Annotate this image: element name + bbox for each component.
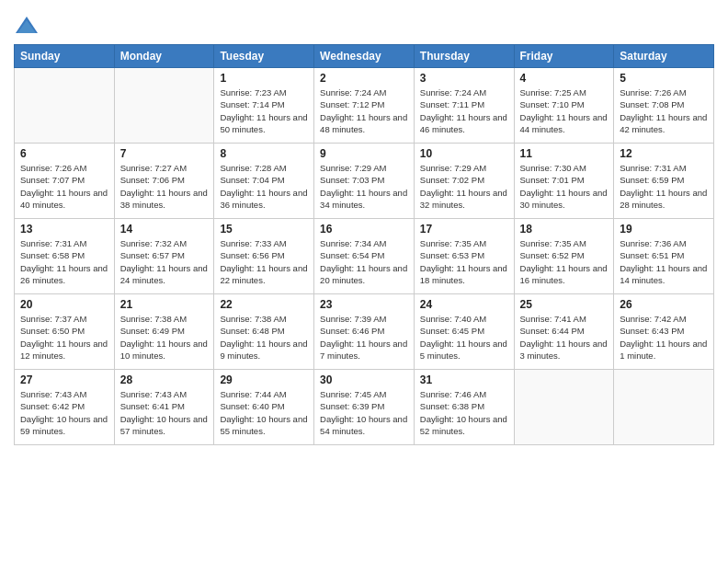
day-info: Sunrise: 7:26 AMSunset: 7:07 PMDaylight:…	[20, 162, 108, 211]
day-number: 9	[320, 147, 408, 160]
day-number: 14	[120, 223, 209, 236]
day-info: Sunrise: 7:24 AMSunset: 7:12 PMDaylight:…	[320, 86, 408, 135]
day-info: Sunrise: 7:25 AMSunset: 7:10 PMDaylight:…	[520, 86, 609, 135]
calendar-cell: 27Sunrise: 7:43 AMSunset: 6:42 PMDayligh…	[15, 370, 115, 445]
day-info: Sunrise: 7:39 AMSunset: 6:46 PMDaylight:…	[320, 313, 408, 362]
day-info: Sunrise: 7:31 AMSunset: 6:58 PMDaylight:…	[20, 237, 108, 286]
col-thursday: Thursday	[414, 45, 514, 68]
calendar-cell	[15, 68, 115, 144]
day-info: Sunrise: 7:45 AMSunset: 6:39 PMDaylight:…	[320, 388, 408, 437]
calendar-cell: 11Sunrise: 7:30 AMSunset: 7:01 PMDayligh…	[514, 144, 614, 219]
day-number: 21	[120, 298, 209, 311]
day-info: Sunrise: 7:37 AMSunset: 6:50 PMDaylight:…	[20, 313, 108, 362]
calendar-cell: 26Sunrise: 7:42 AMSunset: 6:43 PMDayligh…	[614, 294, 714, 370]
day-number: 28	[120, 373, 209, 386]
calendar-cell	[614, 370, 714, 445]
day-number: 22	[220, 298, 308, 311]
calendar-week-row: 1Sunrise: 7:23 AMSunset: 7:14 PMDaylight…	[15, 68, 714, 144]
day-info: Sunrise: 7:35 AMSunset: 6:52 PMDaylight:…	[520, 237, 609, 286]
day-info: Sunrise: 7:41 AMSunset: 6:44 PMDaylight:…	[520, 313, 609, 362]
day-number: 25	[520, 298, 609, 311]
calendar-body: 1Sunrise: 7:23 AMSunset: 7:14 PMDaylight…	[15, 68, 714, 445]
day-number: 17	[420, 223, 508, 236]
calendar-week-row: 20Sunrise: 7:37 AMSunset: 6:50 PMDayligh…	[15, 294, 714, 370]
day-number: 1	[220, 72, 308, 85]
day-number: 2	[320, 72, 408, 85]
day-number: 30	[320, 373, 408, 386]
day-number: 15	[220, 223, 308, 236]
calendar-cell: 15Sunrise: 7:33 AMSunset: 6:56 PMDayligh…	[214, 219, 314, 294]
day-number: 11	[520, 147, 609, 160]
calendar-table: Sunday Monday Tuesday Wednesday Thursday…	[14, 44, 714, 445]
header-row: Sunday Monday Tuesday Wednesday Thursday…	[15, 45, 714, 68]
page: Sunday Monday Tuesday Wednesday Thursday…	[0, 0, 728, 563]
calendar-cell: 6Sunrise: 7:26 AMSunset: 7:07 PMDaylight…	[15, 144, 115, 219]
calendar-week-row: 6Sunrise: 7:26 AMSunset: 7:07 PMDaylight…	[15, 144, 714, 219]
calendar-cell: 17Sunrise: 7:35 AMSunset: 6:53 PMDayligh…	[414, 219, 514, 294]
calendar-cell: 18Sunrise: 7:35 AMSunset: 6:52 PMDayligh…	[514, 219, 614, 294]
day-info: Sunrise: 7:44 AMSunset: 6:40 PMDaylight:…	[220, 388, 308, 437]
day-info: Sunrise: 7:46 AMSunset: 6:38 PMDaylight:…	[420, 388, 508, 437]
col-tuesday: Tuesday	[214, 45, 314, 68]
calendar-cell: 14Sunrise: 7:32 AMSunset: 6:57 PMDayligh…	[114, 219, 214, 294]
calendar-cell	[114, 68, 214, 144]
day-info: Sunrise: 7:26 AMSunset: 7:08 PMDaylight:…	[620, 86, 708, 135]
col-monday: Monday	[114, 45, 214, 68]
day-info: Sunrise: 7:33 AMSunset: 6:56 PMDaylight:…	[220, 237, 308, 286]
day-number: 19	[620, 223, 708, 236]
calendar-cell	[514, 370, 614, 445]
calendar-cell: 22Sunrise: 7:38 AMSunset: 6:48 PMDayligh…	[214, 294, 314, 370]
calendar-cell: 30Sunrise: 7:45 AMSunset: 6:39 PMDayligh…	[314, 370, 415, 445]
day-number: 31	[420, 373, 508, 386]
col-saturday: Saturday	[614, 45, 714, 68]
logo	[14, 13, 43, 39]
day-info: Sunrise: 7:38 AMSunset: 6:48 PMDaylight:…	[220, 313, 308, 362]
day-number: 5	[620, 72, 708, 85]
day-info: Sunrise: 7:43 AMSunset: 6:41 PMDaylight:…	[120, 388, 209, 437]
day-info: Sunrise: 7:36 AMSunset: 6:51 PMDaylight:…	[620, 237, 708, 286]
calendar-cell: 7Sunrise: 7:27 AMSunset: 7:06 PMDaylight…	[114, 144, 214, 219]
day-number: 29	[220, 373, 308, 386]
day-info: Sunrise: 7:24 AMSunset: 7:11 PMDaylight:…	[420, 86, 508, 135]
calendar-cell: 21Sunrise: 7:38 AMSunset: 6:49 PMDayligh…	[114, 294, 214, 370]
calendar-cell: 24Sunrise: 7:40 AMSunset: 6:45 PMDayligh…	[414, 294, 514, 370]
day-number: 4	[520, 72, 609, 85]
calendar-cell: 9Sunrise: 7:29 AMSunset: 7:03 PMDaylight…	[314, 144, 415, 219]
calendar-cell: 28Sunrise: 7:43 AMSunset: 6:41 PMDayligh…	[114, 370, 214, 445]
calendar-cell: 20Sunrise: 7:37 AMSunset: 6:50 PMDayligh…	[15, 294, 115, 370]
calendar-cell: 10Sunrise: 7:29 AMSunset: 7:02 PMDayligh…	[414, 144, 514, 219]
day-number: 18	[520, 223, 609, 236]
day-info: Sunrise: 7:32 AMSunset: 6:57 PMDaylight:…	[120, 237, 209, 286]
day-number: 23	[320, 298, 408, 311]
day-number: 8	[220, 147, 308, 160]
day-info: Sunrise: 7:42 AMSunset: 6:43 PMDaylight:…	[620, 313, 708, 362]
day-info: Sunrise: 7:28 AMSunset: 7:04 PMDaylight:…	[220, 162, 308, 211]
day-number: 13	[20, 223, 108, 236]
col-sunday: Sunday	[15, 45, 115, 68]
day-info: Sunrise: 7:43 AMSunset: 6:42 PMDaylight:…	[20, 388, 108, 437]
day-info: Sunrise: 7:35 AMSunset: 6:53 PMDaylight:…	[420, 237, 508, 286]
calendar-week-row: 13Sunrise: 7:31 AMSunset: 6:58 PMDayligh…	[15, 219, 714, 294]
calendar-cell: 3Sunrise: 7:24 AMSunset: 7:11 PMDaylight…	[414, 68, 514, 144]
header	[14, 9, 714, 39]
calendar-cell: 29Sunrise: 7:44 AMSunset: 6:40 PMDayligh…	[214, 370, 314, 445]
calendar-cell: 13Sunrise: 7:31 AMSunset: 6:58 PMDayligh…	[15, 219, 115, 294]
calendar-cell: 8Sunrise: 7:28 AMSunset: 7:04 PMDaylight…	[214, 144, 314, 219]
day-number: 20	[20, 298, 108, 311]
day-number: 7	[120, 147, 209, 160]
day-info: Sunrise: 7:34 AMSunset: 6:54 PMDaylight:…	[320, 237, 408, 286]
day-info: Sunrise: 7:40 AMSunset: 6:45 PMDaylight:…	[420, 313, 508, 362]
day-info: Sunrise: 7:29 AMSunset: 7:02 PMDaylight:…	[420, 162, 508, 211]
calendar-cell: 31Sunrise: 7:46 AMSunset: 6:38 PMDayligh…	[414, 370, 514, 445]
day-number: 12	[620, 147, 708, 160]
day-info: Sunrise: 7:38 AMSunset: 6:49 PMDaylight:…	[120, 313, 209, 362]
day-number: 16	[320, 223, 408, 236]
calendar-cell: 16Sunrise: 7:34 AMSunset: 6:54 PMDayligh…	[314, 219, 415, 294]
day-number: 26	[620, 298, 708, 311]
calendar-cell: 25Sunrise: 7:41 AMSunset: 6:44 PMDayligh…	[514, 294, 614, 370]
calendar-header: Sunday Monday Tuesday Wednesday Thursday…	[15, 45, 714, 68]
calendar-cell: 4Sunrise: 7:25 AMSunset: 7:10 PMDaylight…	[514, 68, 614, 144]
calendar-week-row: 27Sunrise: 7:43 AMSunset: 6:42 PMDayligh…	[15, 370, 714, 445]
day-info: Sunrise: 7:27 AMSunset: 7:06 PMDaylight:…	[120, 162, 209, 211]
day-info: Sunrise: 7:29 AMSunset: 7:03 PMDaylight:…	[320, 162, 408, 211]
